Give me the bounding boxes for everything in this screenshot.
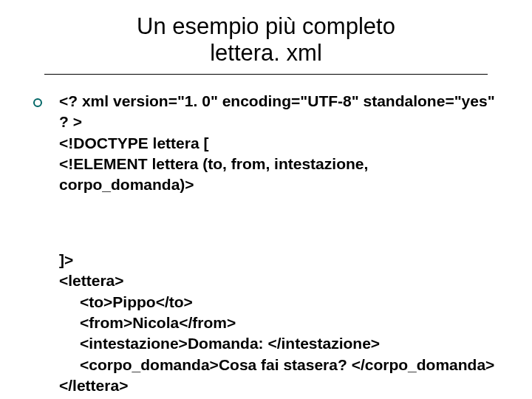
title-line-1: Un esempio più completo bbox=[0, 13, 532, 40]
title-underline bbox=[44, 74, 488, 75]
code-line: </lettera> bbox=[59, 375, 517, 396]
slide-title: Un esempio più completo lettera. xml bbox=[0, 13, 532, 66]
title-line-2: lettera. xml bbox=[0, 40, 532, 66]
code-line: <from>Nicola</from> bbox=[59, 313, 517, 333]
code-block-bottom: ]> <lettera> <to>Pippo</to> <from>Nicola… bbox=[59, 250, 517, 396]
slide: Un esempio più completo lettera. xml <? … bbox=[0, 0, 532, 399]
code-block-top: <? xml version="1. 0" encoding="UTF-8" s… bbox=[59, 91, 502, 196]
code-line: <? xml version="1. 0" encoding="UTF-8" s… bbox=[59, 91, 502, 133]
code-line: <!DOCTYPE lettera [ bbox=[59, 133, 502, 154]
code-line: <to>Pippo</to> bbox=[59, 292, 517, 313]
code-line: <!ELEMENT lettera (to, from, intestazion… bbox=[59, 154, 502, 196]
code-line: <intestazione>Domanda: </intestazione> bbox=[59, 333, 517, 354]
code-line: <corpo_domanda>Cosa fai stasera? </corpo… bbox=[59, 355, 517, 375]
code-line: <lettera> bbox=[59, 270, 517, 291]
bullet-icon bbox=[33, 98, 42, 107]
code-line: ]> bbox=[59, 250, 517, 270]
